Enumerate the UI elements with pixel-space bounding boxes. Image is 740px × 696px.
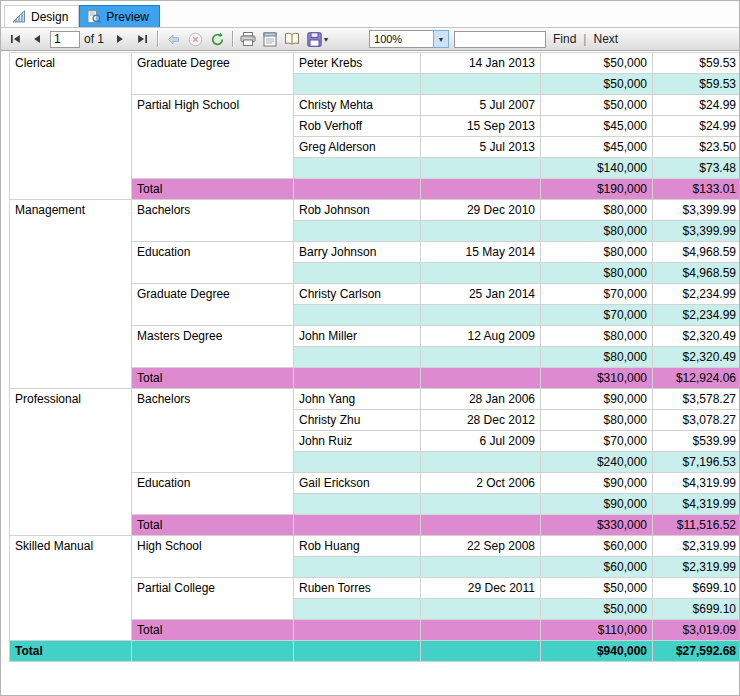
table-cell: Management xyxy=(10,200,132,389)
table-cell: Clerical xyxy=(10,53,132,200)
table-cell xyxy=(294,641,421,662)
table-cell: $4,968.59 xyxy=(653,242,740,263)
table-cell: $3,399.99 xyxy=(653,221,740,242)
page-number-input[interactable] xyxy=(50,31,80,48)
export-button[interactable]: ▼ xyxy=(303,29,333,49)
table-cell xyxy=(294,263,421,284)
stop-button[interactable] xyxy=(184,29,206,49)
table-cell: 29 Dec 2011 xyxy=(421,578,541,599)
table-cell: $3,578.27 xyxy=(653,389,740,410)
table-cell: $70,000 xyxy=(541,305,653,326)
table-cell xyxy=(294,620,421,641)
export-save-icon xyxy=(307,32,322,47)
table-cell: Total xyxy=(10,641,132,662)
tab-design-label: Design xyxy=(31,10,68,24)
print-button[interactable] xyxy=(237,29,259,49)
table-cell: $73.48 xyxy=(653,158,740,179)
table-cell: 5 Jul 2007 xyxy=(421,95,541,116)
table-cell: Rob Huang xyxy=(294,536,421,557)
table-cell xyxy=(294,74,421,95)
prev-page-button[interactable] xyxy=(26,29,48,49)
table-cell: 28 Dec 2012 xyxy=(421,410,541,431)
first-page-button[interactable] xyxy=(4,29,26,49)
table-cell xyxy=(421,179,541,200)
table-cell: 12 Aug 2009 xyxy=(421,326,541,347)
table-cell: $140,000 xyxy=(541,158,653,179)
table-cell xyxy=(421,74,541,95)
table-cell: $3,399.99 xyxy=(653,200,740,221)
table-cell: Professional xyxy=(10,389,132,536)
table-cell xyxy=(294,452,421,473)
table-cell: $12,924.06 xyxy=(653,368,740,389)
report-preview-window: Design Preview of 1 xyxy=(0,0,740,696)
table-cell xyxy=(294,368,421,389)
table-cell: John Ruiz xyxy=(294,431,421,452)
table-cell: Education xyxy=(132,242,294,284)
tab-design[interactable]: Design xyxy=(4,5,79,27)
table-cell: $60,000 xyxy=(541,557,653,578)
table-cell xyxy=(294,158,421,179)
table-cell: $50,000 xyxy=(541,74,653,95)
table-cell: Partial College xyxy=(132,578,294,620)
table-cell: $80,000 xyxy=(541,242,653,263)
table-row: Skilled ManualHigh SchoolRob Huang22 Sep… xyxy=(10,536,740,557)
next-link[interactable]: Next xyxy=(586,32,625,46)
table-cell: Rob Verhoff xyxy=(294,116,421,137)
table-cell: $190,000 xyxy=(541,179,653,200)
table-cell: $60,000 xyxy=(541,536,653,557)
table-cell: $2,319.99 xyxy=(653,557,740,578)
table-cell: Total xyxy=(132,515,294,536)
table-cell xyxy=(421,557,541,578)
print-layout-icon xyxy=(263,32,277,47)
find-input[interactable] xyxy=(454,31,546,48)
tab-preview[interactable]: Preview xyxy=(79,5,160,27)
table-cell: $4,319.99 xyxy=(653,494,740,515)
page-setup-book-icon xyxy=(284,32,300,46)
page-setup-button[interactable] xyxy=(281,29,303,49)
table-cell: $3,078.27 xyxy=(653,410,740,431)
table-cell: $310,000 xyxy=(541,368,653,389)
table-cell: $2,319.99 xyxy=(653,536,740,557)
zoom-dropdown-button[interactable]: ▼ xyxy=(433,30,449,48)
table-cell: 5 Jul 2013 xyxy=(421,137,541,158)
back-arrow-icon xyxy=(166,32,181,47)
report-table: ClericalGraduate DegreePeter Krebs14 Jan… xyxy=(9,52,739,662)
table-cell: Ruben Torres xyxy=(294,578,421,599)
table-cell xyxy=(421,347,541,368)
next-page-icon xyxy=(116,34,124,44)
table-cell xyxy=(294,221,421,242)
table-cell: $50,000 xyxy=(541,599,653,620)
preview-magnifier-icon xyxy=(87,10,101,24)
refresh-button[interactable] xyxy=(206,29,228,49)
table-cell: 29 Dec 2010 xyxy=(421,200,541,221)
toolbar-separator xyxy=(157,31,158,47)
table-cell: $90,000 xyxy=(541,494,653,515)
table-cell: 2 Oct 2006 xyxy=(421,473,541,494)
back-button[interactable] xyxy=(162,29,184,49)
table-cell: Bachelors xyxy=(132,200,294,242)
table-row: ProfessionalBachelorsJohn Yang28 Jan 200… xyxy=(10,389,740,410)
table-cell xyxy=(421,599,541,620)
table-cell: $940,000 xyxy=(541,641,653,662)
table-cell: 22 Sep 2008 xyxy=(421,536,541,557)
find-link[interactable]: Find xyxy=(546,32,583,46)
table-cell: Greg Alderson xyxy=(294,137,421,158)
toolbar-separator xyxy=(232,31,233,47)
print-layout-button[interactable] xyxy=(259,29,281,49)
table-row: ManagementBachelorsRob Johnson29 Dec 201… xyxy=(10,200,740,221)
table-cell: $2,234.99 xyxy=(653,305,740,326)
table-cell: Partial High School xyxy=(132,95,294,179)
zoom-select[interactable]: 100% ▼ xyxy=(369,30,449,48)
table-row: ClericalGraduate DegreePeter Krebs14 Jan… xyxy=(10,53,740,74)
table-cell xyxy=(421,515,541,536)
table-cell: $80,000 xyxy=(541,326,653,347)
table-cell xyxy=(421,305,541,326)
table-cell xyxy=(421,494,541,515)
table-cell: John Yang xyxy=(294,389,421,410)
report-toolbar: of 1 ▼ 100% xyxy=(1,27,739,51)
table-cell: $2,234.99 xyxy=(653,284,740,305)
table-cell: High School xyxy=(132,536,294,578)
last-page-button[interactable] xyxy=(131,29,153,49)
table-cell: $59.53 xyxy=(653,53,740,74)
next-page-button[interactable] xyxy=(109,29,131,49)
